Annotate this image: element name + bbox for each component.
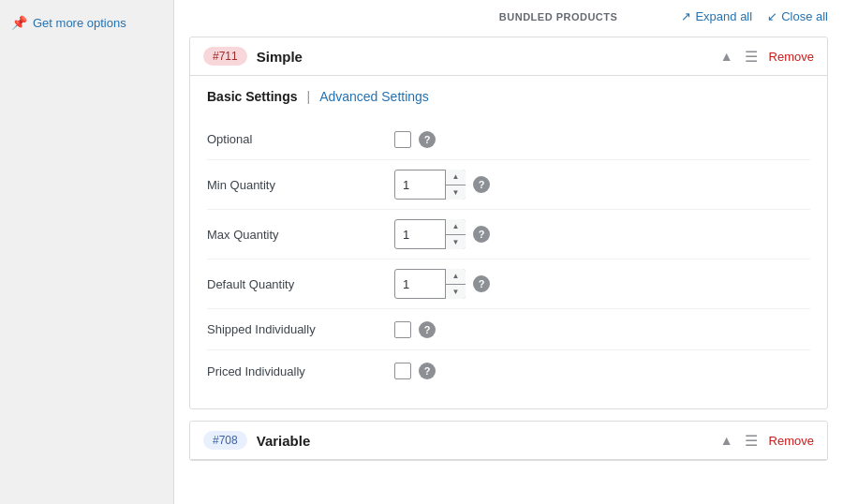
max-quantity-control: ▲ ▼ ? [394,219,490,249]
form-row-priced-individually: Priced Individually ? [207,350,810,392]
max-quantity-down-btn[interactable]: ▼ [446,235,466,250]
priced-individually-help-icon[interactable]: ? [419,363,436,379]
shipped-individually-help-icon[interactable]: ? [419,321,436,338]
min-quantity-up-btn[interactable]: ▲ [446,170,466,185]
form-row-default-quantity: Default Quantity ▲ ▼ ? [207,259,810,309]
sidebar: 📌 Get more options [0,0,173,504]
default-quantity-help-icon[interactable]: ? [473,275,490,292]
get-more-options-link[interactable]: 📌 Get more options [11,15,162,30]
max-quantity-help-icon[interactable]: ? [473,226,490,243]
product-name-711: Simple [257,49,720,65]
product-card-708: #708 Variable ▲ ☰ Remove [189,421,828,461]
form-row-max-quantity: Max Quantity ▲ ▼ ? [207,210,810,259]
sort-up-icon-708[interactable]: ▲ [720,433,733,448]
expand-all-label: Expand all [695,9,752,23]
optional-checkbox[interactable] [394,131,411,148]
max-quantity-label: Max Quantity [207,228,394,242]
max-quantity-up-btn[interactable]: ▲ [446,219,466,235]
product-name-708: Variable [257,433,720,449]
top-bar: BUNDLED PRODUCTS ↗ Expand all ↙ Close al… [174,0,843,29]
main-content: BUNDLED PRODUCTS ↗ Expand all ↙ Close al… [173,0,843,504]
product-body-711: Basic Settings | Advanced Settings Optio… [190,76,827,408]
pin-icon: 📌 [11,15,27,30]
product-badge-711: #711 [203,47,247,66]
tab-divider: | [306,89,310,104]
product-badge-708: #708 [203,431,247,450]
min-quantity-down-btn[interactable]: ▼ [446,185,466,200]
shipped-individually-checkbox[interactable] [394,321,411,338]
shipped-individually-control: ? [394,321,436,338]
shipped-individually-label: Shipped Individually [207,322,394,336]
header-actions-711: ▲ ☰ Remove [720,48,814,66]
optional-label: Optional [207,132,394,146]
priced-individually-label: Priced Individually [207,364,394,378]
optional-help-icon[interactable]: ? [419,131,436,148]
default-quantity-down-btn[interactable]: ▼ [446,285,466,300]
remove-button-711[interactable]: Remove [769,50,814,64]
min-quantity-spinner: ▲ ▼ [445,170,466,200]
close-arrows-icon: ↙ [767,9,777,23]
remove-button-708[interactable]: Remove [769,434,814,448]
close-all-label: Close all [781,9,828,23]
min-quantity-input-wrap: ▲ ▼ [394,170,466,200]
min-quantity-control: ▲ ▼ ? [394,170,490,200]
scroll-area: #711 Simple ▲ ☰ Remove Basic Settings | … [174,29,843,504]
priced-individually-checkbox[interactable] [394,363,411,379]
optional-control: ? [394,131,436,148]
get-more-options-label: Get more options [33,16,126,30]
sort-up-icon[interactable]: ▲ [720,49,733,64]
product-header-711: #711 Simple ▲ ☰ Remove [190,37,827,76]
hamburger-menu-icon[interactable]: ☰ [745,48,758,66]
default-quantity-input-wrap: ▲ ▼ [394,269,466,299]
priced-individually-control: ? [394,363,436,379]
form-row-min-quantity: Min Quantity ▲ ▼ ? [207,160,810,210]
top-actions: ↗ Expand all ↙ Close all [681,9,828,23]
advanced-settings-tab[interactable]: Advanced Settings [319,89,429,104]
default-quantity-label: Default Quantity [207,277,394,291]
hamburger-menu-icon-708[interactable]: ☰ [745,432,758,450]
expand-all-link[interactable]: ↗ Expand all [681,9,752,23]
default-quantity-spinner: ▲ ▼ [445,269,466,299]
max-quantity-input-wrap: ▲ ▼ [394,219,466,249]
min-quantity-help-icon[interactable]: ? [473,176,490,193]
default-quantity-up-btn[interactable]: ▲ [446,269,466,285]
min-quantity-label: Min Quantity [207,178,394,192]
product-card-711: #711 Simple ▲ ☰ Remove Basic Settings | … [189,37,828,409]
product-header-708: #708 Variable ▲ ☰ Remove [190,422,827,460]
close-all-link[interactable]: ↙ Close all [767,9,828,23]
expand-arrows-icon: ↗ [681,9,691,23]
settings-tabs-711: Basic Settings | Advanced Settings [207,89,810,104]
form-row-optional: Optional ? [207,119,810,160]
header-actions-708: ▲ ☰ Remove [720,432,814,450]
default-quantity-control: ▲ ▼ ? [394,269,490,299]
page-title: BUNDLED PRODUCTS [436,11,682,22]
basic-settings-tab[interactable]: Basic Settings [207,89,297,104]
max-quantity-spinner: ▲ ▼ [445,219,466,249]
form-row-shipped-individually: Shipped Individually ? [207,309,810,350]
